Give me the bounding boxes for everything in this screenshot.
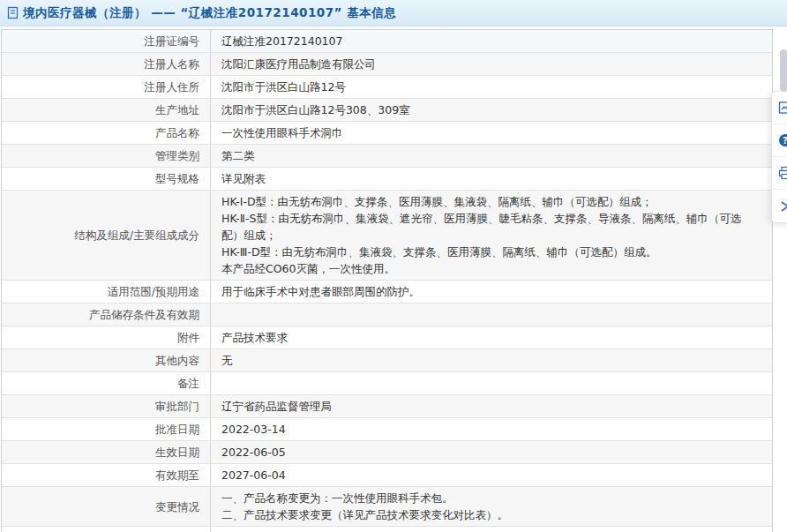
row-value: 辽宁省药品监督管理局 (211, 395, 772, 417)
row-value: 2022-06-05 (211, 441, 772, 463)
row-label-text: 备注 (177, 375, 199, 392)
row-value: 2022-03-14 (211, 418, 772, 440)
value-line: 二、产品技术要求变更（详见产品技术要求变化对比表）。 (221, 506, 761, 523)
table-row: 有效期至2027-06-04 (2, 464, 772, 487)
value-line: 一、产品名称变更为：一次性使用眼科手术包。 (221, 490, 761, 506)
table-row: 生产地址沈阳市于洪区白山路12号308、309室 (2, 99, 772, 122)
row-label-text: 生效日期 (155, 444, 199, 461)
row-value: 一次性使用眼科手术洞巾 (211, 122, 772, 144)
row-value (211, 303, 772, 326)
table-row: 备注 (2, 372, 772, 395)
row-label-text: 有效期至 (155, 467, 199, 483)
collapse-button[interactable] (772, 190, 787, 222)
row-value: 沈阳市于洪区白山路12号 (211, 76, 772, 98)
row-label: 注 (2, 527, 211, 532)
row-label: 生产地址 (2, 99, 211, 121)
row-label: 变更情况 (2, 487, 211, 526)
side-toolbar: ? (771, 91, 787, 223)
row-label: 备注 (2, 372, 211, 394)
row-value: 用于临床手术中对患者眼部周围的防护。 (211, 281, 772, 303)
help-icon: ? (778, 133, 787, 147)
row-value: 第二类 (211, 145, 772, 167)
row-label-text: 附件 (177, 329, 199, 346)
chevron-right-icon (778, 200, 787, 213)
value-line: HK-Ⅲ-D型：由无纺布洞巾、集液袋、支撑条、医用薄膜、隔离纸、辅巾（可选配）组… (221, 244, 761, 260)
value-line: HK-Ⅱ-S型：由无纺布洞巾、集液袋、遮光帘、医用薄膜、睫毛粘条、支撑条、导液条… (221, 210, 761, 244)
table-row: 其他内容无 (2, 349, 772, 372)
print-button[interactable] (772, 157, 787, 190)
value-text: 辽宁省药品监督管理局 (221, 398, 761, 415)
document-chart-icon (778, 101, 787, 115)
row-label: 注册人名称 (2, 53, 211, 75)
value-text: 2027-06-04 (221, 467, 761, 483)
table-row: 注册证编号辽械注准20172140107 (2, 30, 772, 53)
row-label: 型号规格 (2, 168, 211, 190)
row-label: 产品储存条件及有效期 (2, 303, 211, 326)
row-label: 结构及组成/主要组成成分 (2, 191, 211, 280)
row-value: 详情 (211, 527, 772, 532)
value-text: 一次性使用眼科手术洞巾 (221, 124, 761, 141)
row-label-text: 批准日期 (155, 421, 199, 438)
page-title: 境内医疗器械（注册） —— “辽械注准20172140107” 基本信息 (23, 5, 396, 21)
row-value: HK-Ⅰ-D型：由无纺布洞巾、支撑条、医用薄膜、集液袋、隔离纸、辅巾（可选配）组… (211, 191, 772, 280)
value-text: 第二类 (221, 147, 761, 164)
row-label-text: 管理类别 (155, 147, 199, 164)
printer-icon (778, 166, 787, 180)
scrollbar-thumb[interactable] (780, 49, 787, 92)
value-text: 无 (221, 352, 761, 369)
table-row: 注册人名称沈阳汇康医疗用品制造有限公司 (2, 53, 772, 76)
row-label-text: 型号规格 (155, 170, 199, 187)
row-label: 附件 (2, 326, 211, 348)
row-label-text: 审批部门 (155, 398, 199, 415)
row-label: 适用范围/预期用途 (2, 281, 211, 303)
help-button[interactable]: ? (772, 124, 787, 157)
row-label: 批准日期 (2, 418, 211, 440)
table-row: 结构及组成/主要组成成分HK-Ⅰ-D型：由无纺布洞巾、支撑条、医用薄膜、集液袋、… (2, 191, 772, 281)
table-row: 产品名称一次性使用眼科手术洞巾 (2, 122, 772, 145)
row-label: 注册人住所 (2, 76, 211, 98)
table-row: 型号规格详见附表 (2, 168, 772, 191)
value-text: 沈阳市于洪区白山路12号308、309室 (221, 101, 761, 118)
value-text: 辽械注准20172140107 (221, 33, 761, 49)
row-label-text: 产品名称 (155, 124, 199, 141)
row-value: 沈阳市于洪区白山路12号308、309室 (211, 99, 772, 121)
row-label: 其他内容 (2, 349, 211, 371)
value-text: 产品技术要求 (221, 329, 761, 346)
document-icon (7, 6, 19, 19)
table-row: 注册人住所沈阳市于洪区白山路12号 (2, 76, 772, 99)
table-row: 生效日期2022-06-05 (2, 441, 772, 464)
table-row: 附件产品技术要求 (2, 326, 772, 349)
row-value: 沈阳汇康医疗用品制造有限公司 (211, 53, 772, 75)
table-row: 产品储存条件及有效期 (2, 303, 772, 326)
row-label-text: 注册证编号 (145, 33, 200, 49)
table-row: 适用范围/预期用途用于临床手术中对患者眼部周围的防护。 (2, 281, 772, 303)
info-table: 注册证编号辽械注准20172140107注册人名称沈阳汇康医疗用品制造有限公司注… (1, 29, 773, 532)
row-value: 辽械注准20172140107 (211, 30, 772, 52)
report-button[interactable] (772, 92, 787, 124)
row-label: 产品名称 (2, 122, 211, 144)
row-label-text: 产品储存条件及有效期 (89, 306, 199, 323)
table-row: 审批部门辽宁省药品监督管理局 (2, 395, 772, 418)
value-text: 详见附表 (221, 170, 761, 187)
row-value: 无 (211, 349, 772, 371)
svg-text:?: ? (783, 136, 787, 146)
value-text: 2022-03-14 (221, 421, 761, 438)
row-label-text: 变更情况 (155, 498, 199, 515)
value-text: 沈阳汇康医疗用品制造有限公司 (221, 56, 761, 72)
value-text: 沈阳市于洪区白山路12号 (221, 79, 761, 95)
row-label-text: 注册人住所 (145, 79, 200, 95)
table-row: 注详情 (2, 527, 772, 532)
row-label-text: 结构及组成/主要组成成分 (74, 227, 199, 244)
row-value: 产品技术要求 (211, 326, 772, 348)
row-label: 注册证编号 (2, 30, 211, 52)
value-line: HK-Ⅰ-D型：由无纺布洞巾、支撑条、医用薄膜、集液袋、隔离纸、辅巾（可选配）组… (221, 193, 761, 210)
row-value: 一、产品名称变更为：一次性使用眼科手术包。二、产品技术要求变更（详见产品技术要求… (211, 487, 772, 526)
row-value (211, 372, 772, 394)
row-label: 管理类别 (2, 145, 211, 167)
row-label-text: 生产地址 (155, 101, 199, 118)
row-label-text: 适用范围/预期用途 (108, 283, 199, 300)
value-text: 2022-06-05 (221, 444, 761, 461)
table-row: 管理类别第二类 (2, 145, 772, 168)
row-value: 2027-06-04 (211, 464, 772, 486)
row-label-text: 其他内容 (155, 352, 199, 369)
